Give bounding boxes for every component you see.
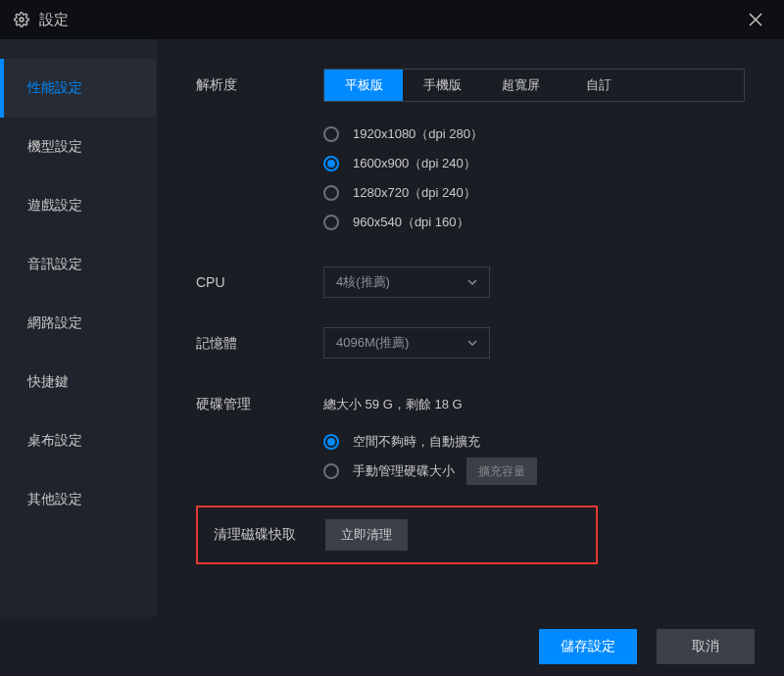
radio-icon	[323, 185, 339, 201]
gear-icon	[14, 12, 29, 27]
cache-label: 清理磁碟快取	[214, 526, 325, 544]
sidebar-item-4[interactable]: 網路設定	[0, 294, 157, 353]
radio-icon	[323, 156, 339, 171]
sidebar-item-1[interactable]: 機型設定	[0, 118, 157, 176]
resolution-option-label: 1920x1080（dpi 280）	[353, 125, 483, 143]
disk-label: 硬碟管理	[196, 388, 323, 413]
chevron-down-icon	[467, 338, 477, 348]
close-button[interactable]	[741, 5, 770, 34]
resolution-tab-1[interactable]: 手機版	[403, 70, 481, 101]
sidebar: 性能設定機型設定遊戲設定音訊設定網路設定快捷鍵桌布設定其他設定	[0, 39, 157, 617]
disk-option-label: 手動管理硬碟大小	[353, 462, 455, 480]
disk-status: 總大小 59 G，剩餘 18 G	[323, 388, 745, 413]
svg-point-0	[20, 18, 24, 22]
radio-icon	[323, 463, 339, 479]
sidebar-item-2[interactable]: 遊戲設定	[0, 176, 157, 235]
resolution-option-0[interactable]: 1920x1080（dpi 280）	[323, 120, 745, 149]
memory-label: 記憶體	[196, 327, 323, 353]
window-title: 設定	[39, 11, 69, 29]
disk-option-label: 空間不夠時，自動擴充	[353, 433, 480, 451]
disk-option-0[interactable]: 空間不夠時，自動擴充	[323, 427, 745, 457]
close-icon	[749, 13, 762, 26]
sidebar-item-6[interactable]: 桌布設定	[0, 411, 157, 470]
cpu-label: CPU	[196, 266, 323, 290]
radio-icon	[323, 126, 339, 142]
cpu-select[interactable]: 4核(推薦)	[323, 266, 490, 298]
sidebar-item-7[interactable]: 其他設定	[0, 470, 157, 529]
cache-highlight: 清理磁碟快取 立即清理	[196, 506, 598, 564]
sidebar-item-5[interactable]: 快捷鍵	[0, 353, 157, 411]
sidebar-item-0[interactable]: 性能設定	[0, 59, 157, 118]
resolution-tab-0[interactable]: 平板版	[324, 70, 403, 101]
chevron-down-icon	[467, 277, 477, 287]
cancel-button[interactable]: 取消	[657, 629, 755, 664]
memory-select[interactable]: 4096M(推薦)	[323, 327, 490, 359]
resolution-option-label: 960x540（dpi 160）	[353, 214, 469, 231]
radio-icon	[323, 215, 339, 230]
save-button[interactable]: 儲存設定	[539, 629, 637, 664]
memory-selected-value: 4096M(推薦)	[336, 334, 409, 352]
resolution-tab-3[interactable]: 自訂	[560, 70, 638, 101]
resolution-option-2[interactable]: 1280x720（dpi 240）	[323, 178, 745, 208]
sidebar-item-3[interactable]: 音訊設定	[0, 235, 157, 294]
disk-options: 空間不夠時，自動擴充手動管理硬碟大小擴充容量	[323, 427, 745, 486]
resolution-option-1[interactable]: 1600x900（dpi 240）	[323, 149, 745, 178]
titlebar: 設定	[0, 0, 784, 39]
resolution-option-label: 1280x720（dpi 240）	[353, 184, 476, 202]
resolution-option-3[interactable]: 960x540（dpi 160）	[323, 208, 745, 237]
footer: 儲存設定 取消	[0, 617, 784, 676]
resolution-tabs: 平板版手機版超寬屏自訂	[323, 69, 745, 102]
radio-icon	[323, 434, 339, 450]
clear-cache-button[interactable]: 立即清理	[325, 519, 408, 551]
resolution-options: 1920x1080（dpi 280）1600x900（dpi 240）1280x…	[323, 120, 745, 237]
cpu-selected-value: 4核(推薦)	[336, 273, 390, 291]
resolution-option-label: 1600x900（dpi 240）	[353, 155, 476, 172]
disk-option-1[interactable]: 手動管理硬碟大小擴充容量	[323, 457, 745, 486]
main-panel: 解析度 平板版手機版超寬屏自訂 1920x1080（dpi 280）1600x9…	[157, 39, 784, 617]
resolution-tab-2[interactable]: 超寬屏	[481, 70, 560, 101]
expand-capacity-button[interactable]: 擴充容量	[466, 458, 537, 485]
resolution-label: 解析度	[196, 69, 323, 94]
